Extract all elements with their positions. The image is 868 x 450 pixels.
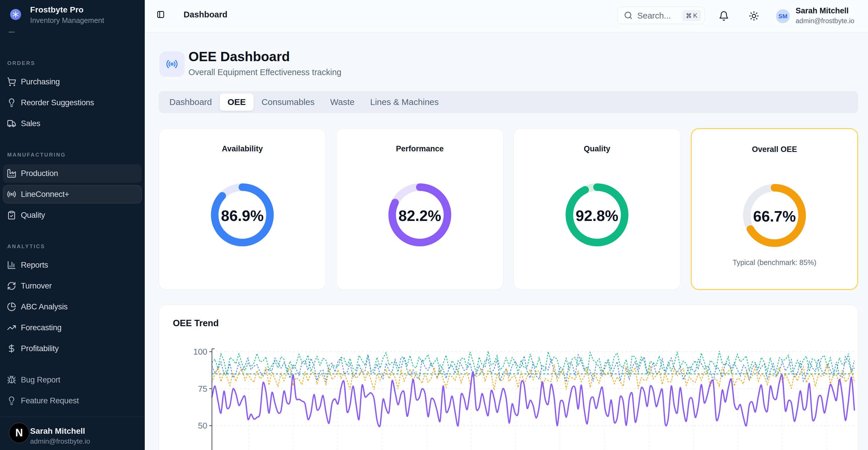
svg-text:50: 50 <box>198 421 207 430</box>
svg-text:75: 75 <box>198 384 207 393</box>
svg-text:100: 100 <box>193 347 207 356</box>
